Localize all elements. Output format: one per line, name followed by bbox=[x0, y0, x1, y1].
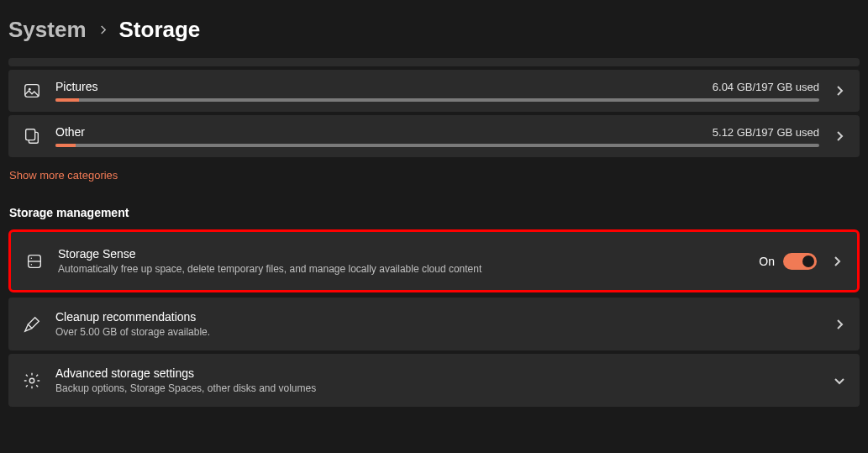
chevron-right-icon bbox=[98, 23, 108, 37]
setting-text: Advanced storage settings Backup options… bbox=[55, 366, 819, 394]
toggle-knob bbox=[802, 255, 814, 267]
gear-icon bbox=[22, 371, 42, 391]
storage-info: Other 5.12 GB/197 GB used bbox=[55, 125, 819, 147]
svg-point-6 bbox=[31, 263, 32, 264]
setting-title: Storage Sense bbox=[58, 247, 745, 261]
svg-point-5 bbox=[31, 257, 32, 258]
chevron-right-icon bbox=[833, 319, 846, 329]
svg-point-7 bbox=[29, 378, 34, 383]
setting-title: Advanced storage settings bbox=[55, 366, 819, 380]
usage-fill bbox=[55, 98, 79, 102]
setting-text: Storage Sense Automatically free up spac… bbox=[58, 247, 745, 275]
storage-category-other[interactable]: Other 5.12 GB/197 GB used bbox=[8, 115, 860, 157]
breadcrumb: System Storage bbox=[8, 8, 860, 58]
chevron-right-icon bbox=[833, 86, 846, 96]
storage-info: Pictures 6.04 GB/197 GB used bbox=[55, 80, 819, 102]
copy-icon bbox=[22, 126, 42, 146]
storage-category-pictures[interactable]: Pictures 6.04 GB/197 GB used bbox=[8, 70, 860, 112]
setting-title: Cleanup recommendations bbox=[55, 310, 819, 324]
partial-row bbox=[8, 58, 860, 66]
database-icon bbox=[24, 251, 45, 271]
chevron-right-icon bbox=[830, 256, 844, 266]
setting-desc: Automatically free up space, delete temp… bbox=[58, 263, 745, 275]
usage-fill bbox=[55, 144, 76, 147]
setting-desc: Backup options, Storage Spaces, other di… bbox=[55, 382, 819, 394]
category-title: Other bbox=[55, 125, 85, 139]
setting-desc: Over 5.00 GB of storage available. bbox=[55, 326, 819, 338]
breadcrumb-parent[interactable]: System bbox=[8, 17, 87, 43]
section-heading-storage-management: Storage management bbox=[9, 206, 860, 219]
svg-rect-2 bbox=[26, 129, 35, 140]
svg-rect-0 bbox=[25, 85, 39, 97]
toggle-wrap: On bbox=[759, 253, 817, 270]
category-used: 6.04 GB/197 GB used bbox=[713, 81, 819, 93]
setting-storage-sense[interactable]: Storage Sense Automatically free up spac… bbox=[8, 229, 860, 292]
category-title: Pictures bbox=[55, 80, 98, 93]
setting-advanced-storage[interactable]: Advanced storage settings Backup options… bbox=[8, 354, 860, 407]
image-icon bbox=[22, 81, 42, 101]
setting-text: Cleanup recommendations Over 5.00 GB of … bbox=[55, 310, 819, 338]
setting-cleanup-recommendations[interactable]: Cleanup recommendations Over 5.00 GB of … bbox=[8, 298, 860, 350]
category-used: 5.12 GB/197 GB used bbox=[713, 126, 819, 139]
chevron-right-icon bbox=[833, 131, 846, 141]
toggle-label: On bbox=[759, 255, 775, 268]
usage-bar bbox=[55, 98, 819, 102]
usage-bar bbox=[55, 144, 819, 147]
broom-icon bbox=[22, 314, 42, 334]
show-more-categories-link[interactable]: Show more categories bbox=[8, 161, 118, 182]
chevron-down-icon bbox=[833, 376, 846, 386]
page-title: Storage bbox=[119, 17, 201, 43]
storage-sense-toggle[interactable] bbox=[783, 253, 817, 270]
